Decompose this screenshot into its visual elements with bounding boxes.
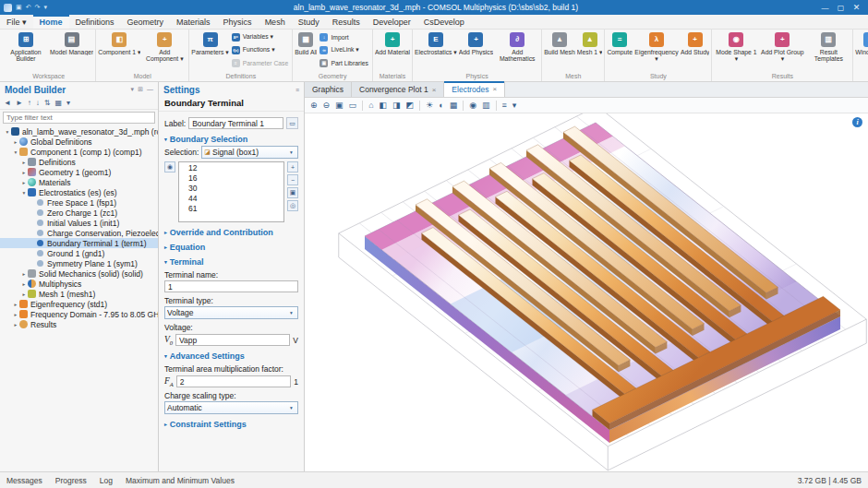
copy-selection-button[interactable]: ▣ — [287, 187, 298, 198]
separator[interactable] — [496, 101, 497, 111]
filter-input[interactable] — [3, 112, 155, 124]
tree-caret-icon[interactable]: ▸ — [20, 292, 28, 297]
graphics-tab[interactable]: Convergence Plot 1 × — [352, 82, 444, 97]
ribbon-button[interactable]: Add Study — [680, 30, 710, 71]
menu-item[interactable]: Home — [33, 15, 69, 29]
status-tab[interactable]: Progress — [55, 476, 87, 485]
view-left-icon[interactable]: ◧ — [380, 101, 388, 110]
status-tab[interactable]: Maximum and Minimum Values — [126, 476, 235, 485]
minimize-button[interactable]: — — [817, 4, 833, 12]
save-icon[interactable]: ▣ — [16, 4, 22, 11]
scene-light-icon[interactable]: ☀ — [426, 101, 433, 110]
redo-icon[interactable]: ↷ — [35, 4, 41, 11]
tab-close-icon[interactable]: × — [493, 85, 498, 93]
more-view-options-icon[interactable]: ▾ — [512, 101, 517, 110]
transparency-icon[interactable]: ◐ — [439, 101, 443, 110]
zoom-in-icon[interactable]: ⊕ — [310, 101, 318, 110]
tree-item[interactable]: ▸ Mesh 1 (mesh1) — [0, 289, 158, 299]
ribbon-button[interactable]: Add Material — [374, 30, 411, 71]
menu-item[interactable]: Results — [326, 15, 367, 29]
go-to-default-view-icon[interactable]: ⌂ — [368, 101, 373, 110]
menu-item[interactable]: Materials — [170, 15, 217, 29]
menu-item[interactable]: File ▾ — [0, 15, 33, 29]
model-tree-node-options-icon[interactable]: ▦ — [55, 99, 63, 107]
sort-icon[interactable]: ⇅ — [44, 99, 51, 107]
print-icon[interactable]: ▥ — [482, 101, 490, 110]
status-tab[interactable]: Log — [100, 476, 113, 485]
tree-caret-icon[interactable]: ▸ — [12, 139, 19, 145]
ribbon-button[interactable]: LiveLink ▾ — [318, 43, 370, 56]
tree-item[interactable]: Initial Values 1 (init1) — [0, 218, 158, 228]
active-selection-toggle-button[interactable]: ◉ — [164, 161, 175, 173]
menu-item[interactable]: Study — [292, 15, 326, 29]
tree-item[interactable]: ▾ Electrostatics (es) (es) — [0, 187, 158, 197]
tree-item[interactable]: Free Space 1 (fsp1) — [0, 197, 158, 208]
ribbon-button[interactable]: Build All — [294, 30, 318, 71]
graphics-canvas[interactable]: i — [305, 113, 868, 471]
tree-item[interactable]: ▸ Results — [0, 319, 158, 329]
ribbon-button[interactable]: Electrostatics ▾ — [414, 30, 458, 71]
zoom-box-icon[interactable]: ▭ — [349, 101, 357, 110]
ribbon-button[interactable]: Application Builder — [3, 30, 49, 71]
charge-scaling-dropdown[interactable]: Automatic ▾ — [164, 401, 298, 414]
separator[interactable] — [419, 101, 420, 111]
section-equation[interactable]: ▸ Equation — [164, 243, 298, 252]
selection-entry[interactable]: 61 — [179, 204, 283, 214]
selection-entry[interactable]: 12 — [179, 163, 283, 173]
tree-item[interactable]: ▸ Definitions — [0, 157, 158, 167]
tree-caret-icon[interactable]: ▾ — [20, 190, 28, 196]
tree-item[interactable]: Symmetry Plane 1 (sym1) — [0, 258, 158, 268]
maximize-button[interactable]: ▢ — [833, 4, 849, 12]
ribbon-button[interactable]: Parameter Case — [230, 56, 292, 69]
ribbon-button[interactable]: Eigenfrequency ▾ — [633, 30, 680, 71]
zoom-out-icon[interactable]: ⊖ — [323, 101, 331, 110]
settings-menu-icon[interactable]: ≡ — [295, 87, 299, 93]
tree-item[interactable]: ▸ Solid Mechanics (solid) (solid) — [0, 268, 158, 279]
tree-caret-icon[interactable]: ▸ — [20, 160, 28, 165]
tree-caret-icon[interactable]: ▸ — [20, 170, 28, 175]
undo-icon[interactable]: ↶ — [26, 4, 31, 11]
plot-settings-icon[interactable]: ≡ — [502, 101, 507, 110]
tree-caret-icon[interactable]: ▸ — [12, 302, 19, 307]
tree-item[interactable]: ▸ Multiphysics — [0, 279, 158, 289]
more-options-icon[interactable]: ▾ — [66, 99, 70, 107]
section-terminal[interactable]: ▾ Terminal — [164, 257, 298, 267]
section-override-and-contribution[interactable]: ▸ Override and Contribution — [164, 228, 298, 237]
move-up-icon[interactable]: ↑ — [28, 99, 31, 107]
view-top-icon[interactable]: ◩ — [406, 101, 415, 110]
tree-item[interactable]: Zero Charge 1 (zc1) — [0, 208, 158, 218]
ribbon-button[interactable]: Part Libraries — [318, 56, 370, 69]
tree-caret-icon[interactable]: ▸ — [20, 281, 28, 287]
tree-item[interactable]: ▸ Global Definitions — [0, 137, 158, 147]
ribbon-button[interactable]: Component 1 ▾ — [97, 30, 141, 71]
quick-access-menu-icon[interactable]: ▾ — [43, 4, 47, 11]
tree-item[interactable]: ▾ aln_lamb_wave_resonator_3d_.mph (root) — [0, 126, 158, 137]
ribbon-button[interactable]: Mode Shape 1 ▾ — [713, 30, 759, 71]
3d-model-view[interactable] — [305, 113, 868, 471]
ribbon-button[interactable]: Import — [318, 30, 370, 43]
ribbon-button[interactable]: Functions ▾ — [230, 43, 292, 56]
detach-panel-icon[interactable]: ⊞ — [138, 86, 143, 93]
menu-item[interactable]: CsDevelop — [417, 15, 471, 29]
ribbon-button[interactable]: Variables ▾ — [230, 30, 292, 43]
status-tab[interactable]: Messages — [6, 476, 42, 485]
voltage-input[interactable] — [175, 334, 290, 346]
tree-caret-icon[interactable]: ▸ — [12, 322, 19, 327]
rename-icon[interactable]: ▭ — [286, 117, 298, 129]
selection-entry[interactable]: 44 — [179, 194, 283, 204]
terminal-name-input[interactable] — [164, 280, 298, 292]
tree-item[interactable]: ▸ Frequency Domain - 7.95 to 8.05 GHz (s… — [0, 309, 158, 319]
tree-item[interactable]: Boundary Terminal 1 (term1) — [0, 238, 158, 248]
back-icon[interactable]: ◄ — [4, 99, 11, 107]
tree-caret-icon[interactable]: ▸ — [20, 271, 28, 277]
view-right-icon[interactable]: ◨ — [392, 101, 401, 110]
section-advanced-settings[interactable]: ▾ Advanced Settings — [164, 351, 298, 361]
tree-item[interactable]: ▸ Materials — [0, 177, 158, 187]
tree-caret-icon[interactable]: ▾ — [4, 129, 11, 135]
move-down-icon[interactable]: ↓ — [36, 99, 40, 107]
collapse-panel-icon[interactable]: — — [147, 86, 153, 93]
ribbon-button[interactable]: Add Mathematics — [494, 30, 540, 71]
tree-item[interactable]: Ground 1 (gnd1) — [0, 248, 158, 258]
menu-item[interactable]: Developer — [367, 15, 417, 29]
terminal-type-dropdown[interactable]: Voltage ▾ — [164, 306, 298, 319]
